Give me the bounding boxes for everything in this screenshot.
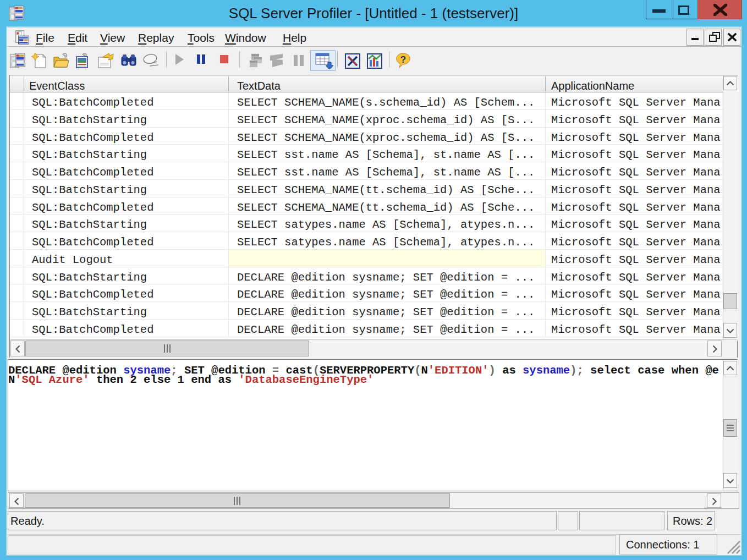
svg-text:?: ?: [400, 54, 406, 65]
